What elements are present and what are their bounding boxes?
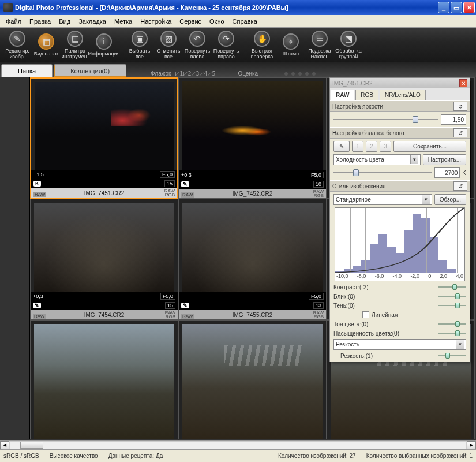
wb-preset-3[interactable]: 3: [380, 141, 391, 152]
style-select[interactable]: Стандартное ▼: [333, 194, 432, 205]
menu-метка[interactable]: Метка: [111, 17, 136, 26]
linear-checkbox[interactable]: [362, 311, 369, 318]
rating-dots[interactable]: [284, 72, 316, 76]
ev-value: +1,5: [33, 172, 44, 177]
tool-icon: ⬔: [340, 31, 357, 47]
histogram[interactable]: -10,0-8,0-6,0-4,0-2,002,04,0: [335, 207, 465, 281]
tool-icon: ▦: [38, 33, 54, 50]
tool-2[interactable]: ▤Палитра инструмен.: [61, 29, 89, 61]
tool-11[interactable]: ⬔Обработка группой: [335, 29, 362, 61]
h-scrollbar[interactable]: ◀ ▶: [0, 440, 476, 449]
tool-9[interactable]: ⌖Штамп: [277, 29, 305, 61]
thumbnail-cell[interactable]: [30, 320, 178, 439]
chevron-down-icon: ▼: [456, 340, 464, 349]
tool-4[interactable]: ▣Выбрать все: [126, 29, 153, 61]
sharpness-select[interactable]: Резкость ▼: [333, 339, 466, 350]
tool-6[interactable]: ↶Повернуть влево: [183, 29, 211, 61]
wb-save-button[interactable]: Сохранить...: [393, 141, 466, 152]
tool-3[interactable]: iИнформация: [90, 29, 118, 61]
tool-label: Штамп: [283, 51, 299, 57]
wb-tune-button[interactable]: Настроить...: [423, 154, 466, 165]
minimize-button[interactable]: _: [438, 2, 449, 13]
tool-10[interactable]: ▭Подрезка Наклон: [306, 29, 333, 61]
flag-label: Флажок: [151, 70, 171, 77]
shadow-slider[interactable]: [438, 302, 466, 309]
menu-настройка[interactable]: Настройка: [137, 17, 175, 26]
wb-preset-1[interactable]: 1: [352, 141, 363, 152]
fstop-value: F5,0: [309, 172, 324, 178]
tone-slider[interactable]: [438, 321, 466, 327]
tool-5[interactable]: ▨Отменить все: [155, 29, 182, 61]
tool-label: Вид папок: [34, 51, 58, 57]
palette-tab-rgb[interactable]: RGB: [355, 90, 378, 100]
maximize-button[interactable]: ▭: [451, 2, 462, 13]
scroll-track[interactable]: [9, 441, 467, 449]
tone-row: Тон цвета:(0): [333, 321, 466, 327]
menu-справка[interactable]: Справка: [229, 17, 261, 26]
tool-8[interactable]: ✋Быстрая проверка: [248, 29, 276, 61]
tool-label: Повернуть влево: [183, 48, 211, 59]
thumbnail-cell[interactable]: F5,0✎13RAWIMG_7455.CR2RAWRGB: [178, 199, 327, 320]
menu-окно[interactable]: Окно: [206, 17, 228, 26]
sharpness-label: Резкость:(1): [333, 353, 438, 359]
info-strip-1: +0,3F5,0: [179, 170, 326, 180]
wb-revert-button[interactable]: ↺: [453, 128, 467, 137]
tool-palette[interactable]: IMG_7451.CR2 ✕ RAW RGB NR/Lens/ALO Настр…: [329, 77, 470, 362]
menu-закладка[interactable]: Закладка: [75, 17, 110, 26]
tool-label: Отменить все: [155, 48, 182, 59]
tool-label: Редактир. изобр.: [3, 48, 31, 59]
flag-icons[interactable]: ⩗1⩗2⩗3⩗4⩗5: [174, 70, 215, 77]
style-browse-button[interactable]: Обзор...: [434, 194, 466, 205]
palette-tab-raw[interactable]: RAW: [331, 90, 354, 100]
scroll-left-button[interactable]: ◀: [0, 441, 9, 449]
scroll-right-button[interactable]: ▶: [467, 441, 476, 449]
menu-файл[interactable]: Файл: [2, 17, 25, 26]
menu-вид[interactable]: Вид: [55, 17, 74, 26]
sharpness-slider[interactable]: [438, 352, 466, 359]
saturation-slider[interactable]: [438, 330, 466, 337]
info-strip-1: +1,5F5,0: [31, 170, 177, 179]
palette-close-button[interactable]: ✕: [459, 79, 467, 87]
contrast-label: Контраст:(-2): [333, 284, 438, 290]
wb-preset-2[interactable]: 2: [366, 141, 377, 152]
scroll-thumb[interactable]: [20, 442, 43, 449]
tool-icon: ▭: [312, 31, 328, 47]
status-image-count: Количество изображений: 27: [278, 453, 356, 459]
tab-folder[interactable]: Папка: [1, 64, 53, 77]
thumbnail-cell[interactable]: +0,3F5,0✎10RAWIMG_7452.CR2RAWRGB: [178, 77, 327, 199]
filename: IMG_7454.CR2: [84, 312, 124, 318]
tool-1[interactable]: ▦Вид папок: [32, 29, 60, 61]
thumbnail-cell[interactable]: +0,3F5,0✎15RAWIMG_7454.CR2RAWRGB: [30, 199, 178, 320]
tool-icon: ↶: [189, 31, 205, 47]
caption-row: RAWIMG_7454.CR2RAWRGB: [31, 310, 178, 319]
kelvin-slider[interactable]: [333, 168, 432, 177]
style-revert-button[interactable]: ↺: [453, 181, 467, 191]
rating-label: Оценка: [238, 70, 258, 77]
brightness-value[interactable]: 1,50: [441, 114, 466, 125]
contrast-slider[interactable]: [438, 284, 466, 290]
close-button[interactable]: ✕: [463, 2, 475, 13]
highlight-row: Блик:(0): [333, 293, 466, 300]
style-value: Стандартное: [336, 196, 371, 203]
tool-0[interactable]: ✎Редактир. изобр.: [3, 29, 31, 61]
tool-icon: ✎: [9, 31, 25, 47]
menu-сервис[interactable]: Сервис: [176, 17, 205, 26]
workspace: +1,5F5,0K15RAWIMG_7451.CR2RAWRGB+0,3F5,0…: [0, 77, 476, 440]
menu-правка[interactable]: Правка: [26, 17, 54, 26]
palette-tab-nr[interactable]: NR/Lens/ALO: [380, 90, 426, 100]
raw-chip: RAW: [33, 192, 46, 197]
tool-icon: ▤: [67, 31, 83, 47]
brightness-revert-button[interactable]: ↺: [453, 102, 467, 111]
raw-chip: RAW: [181, 192, 194, 198]
wb-preset-select[interactable]: Холодность цвета ▼: [333, 154, 421, 165]
brightness-slider[interactable]: [333, 115, 438, 124]
tool-7[interactable]: ↷Повернуть вправо: [212, 29, 240, 61]
eyedropper-button[interactable]: ✎: [333, 141, 350, 152]
thumbnail-cell[interactable]: [178, 320, 327, 439]
tab-collection[interactable]: Коллекция(0): [54, 64, 126, 77]
palette-titlebar[interactable]: IMG_7451.CR2 ✕: [330, 78, 470, 88]
kelvin-value[interactable]: 2700: [434, 167, 460, 178]
thumbnail-cell[interactable]: +1,5F5,0K15RAWIMG_7451.CR2RAWRGB: [30, 77, 178, 199]
info-strip-2: K15: [31, 179, 177, 188]
highlight-slider[interactable]: [438, 293, 466, 300]
